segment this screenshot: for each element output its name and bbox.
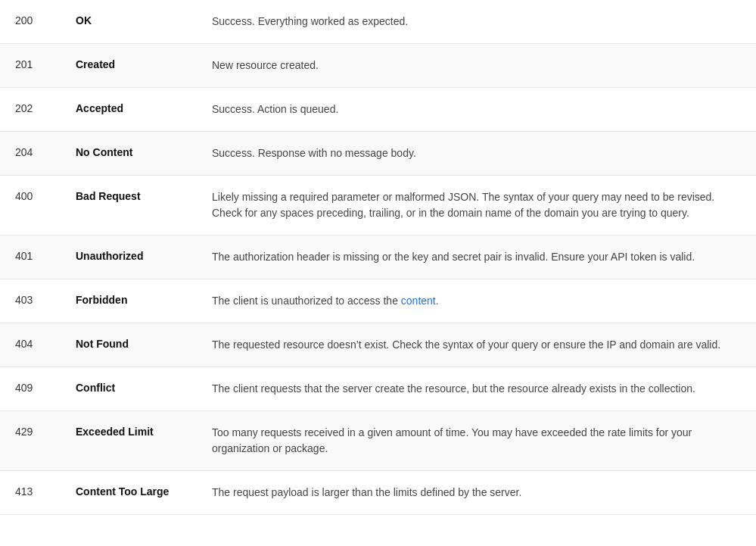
table-row: 400Bad RequestLikely missing a required … bbox=[0, 176, 756, 236]
status-description: The client is unauthorized to access the… bbox=[212, 293, 741, 309]
status-description: The request payload is larger than the l… bbox=[212, 485, 741, 501]
status-code: 400 bbox=[15, 189, 76, 202]
status-name: Bad Request bbox=[76, 189, 212, 202]
table-row: 202AcceptedSuccess. Action is queued. bbox=[0, 88, 756, 132]
table-row: 403ForbiddenThe client is unauthorized t… bbox=[0, 279, 756, 323]
status-name: Conflict bbox=[76, 381, 212, 394]
status-name: Accepted bbox=[76, 101, 212, 114]
table-row: 204No ContentSuccess. Response with no m… bbox=[0, 132, 756, 176]
table-row: 429Exceeded LimitToo many requests recei… bbox=[0, 411, 756, 471]
status-code: 429 bbox=[15, 425, 76, 438]
table-row: 200OKSuccess. Everything worked as expec… bbox=[0, 0, 756, 44]
table-row: 401UnauthorizedThe authorization header … bbox=[0, 236, 756, 279]
status-name: Content Too Large bbox=[76, 485, 212, 498]
status-code: 200 bbox=[15, 14, 76, 27]
status-description: Success. Response with no message body. bbox=[212, 145, 741, 161]
status-description: Success. Everything worked as expected. bbox=[212, 14, 741, 30]
status-code: 409 bbox=[15, 381, 76, 394]
status-code: 403 bbox=[15, 293, 76, 306]
status-code: 204 bbox=[15, 145, 76, 158]
table-row: 413Content Too LargeThe request payload … bbox=[0, 471, 756, 515]
status-description: The requested resource doesn’t exist. Ch… bbox=[212, 337, 741, 353]
status-description: The client requests that the server crea… bbox=[212, 381, 741, 397]
table-row: 404Not FoundThe requested resource doesn… bbox=[0, 323, 756, 367]
status-code: 404 bbox=[15, 337, 76, 350]
status-description: The authorization header is missing or t… bbox=[212, 249, 741, 265]
status-code: 413 bbox=[15, 485, 76, 498]
status-name: Exceeded Limit bbox=[76, 425, 212, 438]
table-row: 201CreatedNew resource created. bbox=[0, 44, 756, 88]
status-description: New resource created. bbox=[212, 58, 741, 73]
status-name: Forbidden bbox=[76, 293, 212, 306]
content-link[interactable]: content. bbox=[401, 295, 439, 307]
status-name: No Content bbox=[76, 145, 212, 158]
status-name: Created bbox=[76, 58, 212, 70]
table-row: 409ConflictThe client requests that the … bbox=[0, 367, 756, 411]
status-codes-table: 200OKSuccess. Everything worked as expec… bbox=[0, 0, 756, 546]
status-name: Unauthorized bbox=[76, 249, 212, 262]
status-code: 401 bbox=[15, 249, 76, 262]
status-name: Not Found bbox=[76, 337, 212, 350]
status-code: 201 bbox=[15, 58, 76, 70]
status-description: Too many requests received in a given am… bbox=[212, 425, 741, 457]
status-description: Likely missing a required parameter or m… bbox=[212, 189, 741, 221]
status-name: OK bbox=[76, 14, 212, 27]
status-description: Success. Action is queued. bbox=[212, 101, 741, 117]
status-code: 202 bbox=[15, 101, 76, 114]
